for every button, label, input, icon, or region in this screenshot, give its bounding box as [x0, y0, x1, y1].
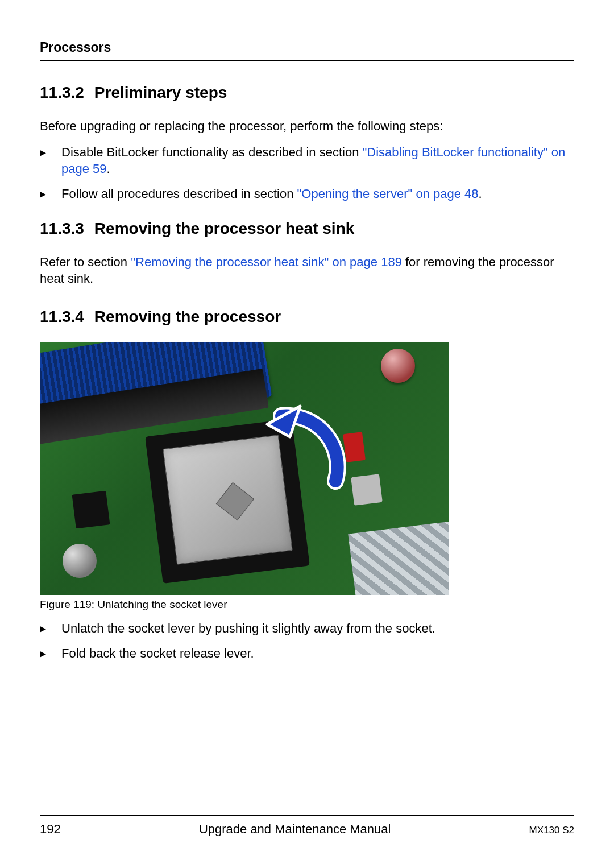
section-heading-heatsink: 11.3.3Removing the processor heat sink	[40, 220, 574, 238]
header-rule	[40, 60, 574, 61]
section-number: 11.3.3	[40, 220, 84, 238]
capacitor	[63, 544, 97, 578]
processor-steps-list: Unlatch the socket lever by pushing it s…	[40, 620, 574, 662]
text: Refer to section	[40, 255, 131, 269]
section-title: Removing the processor	[94, 308, 281, 325]
text: .	[107, 162, 110, 176]
list-item: Follow all procedures described in secti…	[40, 185, 574, 202]
figure-image-motherboard	[40, 342, 449, 595]
heatsink-fins	[348, 520, 449, 595]
section-number: 11.3.2	[40, 84, 84, 102]
section-title: Removing the processor heat sink	[94, 220, 354, 237]
section-heading-preliminary: 11.3.2Preliminary steps	[40, 84, 574, 102]
list-item: Disable BitLocker functionality as descr…	[40, 144, 574, 177]
text: Follow all procedures described in secti…	[61, 187, 297, 201]
preliminary-steps-list: Disable BitLocker functionality as descr…	[40, 144, 574, 202]
intro-paragraph: Before upgrading or replacing the proces…	[40, 118, 574, 135]
list-item: Fold back the socket release lever.	[40, 645, 574, 662]
model-label: MX130 S2	[529, 825, 574, 836]
xref-removing-heatsink[interactable]: "Removing the processor heat sink" on pa…	[131, 255, 402, 269]
arrow-icon	[250, 396, 352, 498]
section-title: Preliminary steps	[94, 84, 227, 101]
inductor	[351, 474, 383, 506]
footer-rule	[40, 815, 574, 816]
chapter-title: Processors	[40, 40, 574, 55]
figure-119: Figure 119: Unlatching the socket lever	[40, 342, 574, 611]
xref-opening-server[interactable]: "Opening the server" on page 48	[297, 187, 479, 201]
section-number: 11.3.4	[40, 308, 84, 326]
figure-caption: Figure 119: Unlatching the socket lever	[40, 598, 574, 611]
page-footer: 192 Upgrade and Maintenance Manual MX130…	[40, 815, 574, 837]
chip	[72, 491, 110, 529]
manual-title: Upgrade and Maintenance Manual	[199, 822, 391, 837]
text: .	[479, 187, 482, 201]
section-heading-processor: 11.3.4Removing the processor	[40, 308, 574, 326]
page-number: 192	[40, 822, 61, 837]
capacitor	[381, 349, 415, 383]
heatsink-paragraph: Refer to section "Removing the processor…	[40, 254, 574, 287]
list-item: Unlatch the socket lever by pushing it s…	[40, 620, 574, 637]
text: Disable BitLocker functionality as descr…	[61, 145, 363, 159]
